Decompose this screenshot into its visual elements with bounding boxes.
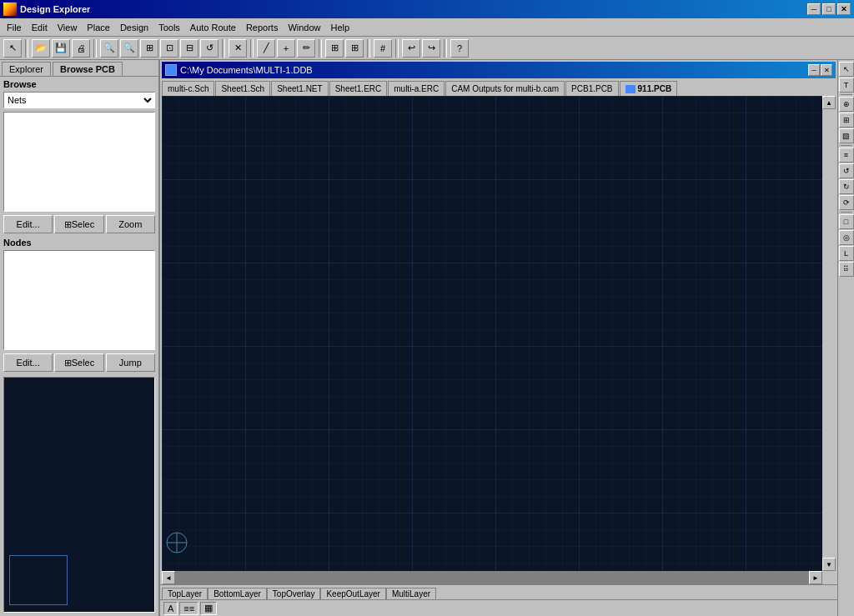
menu-item-tools[interactable]: Tools (153, 21, 185, 34)
menu-item-help[interactable]: Help (326, 21, 355, 34)
rt-btn-10[interactable]: ◎ (839, 230, 854, 245)
rt-btn-12[interactable]: ⠿ (839, 262, 854, 277)
doc-minimize-btn[interactable]: ─ (808, 64, 820, 76)
svg-rect-1 (162, 96, 822, 571)
doc-tab-4[interactable]: multi-a.ERC (388, 81, 445, 96)
close-button[interactable]: ✕ (837, 3, 851, 15)
menu-item-design[interactable]: Design (115, 21, 153, 34)
browse-select-button[interactable]: ⊞ Selec (54, 215, 103, 233)
toolbar-btn-help[interactable]: ? (450, 39, 469, 58)
layer-tab-0[interactable]: TopLayer (162, 588, 208, 599)
nodes-edit-button[interactable]: Edit... (3, 353, 53, 372)
scroll-corner (822, 571, 836, 584)
menu-bar: FileEditViewPlaceDesignToolsAuto RouteRe… (0, 18, 854, 37)
menu-item-file[interactable]: File (2, 21, 27, 34)
menu-item-edit[interactable]: Edit (27, 21, 53, 34)
minimize-button[interactable]: ─ (807, 3, 821, 15)
browse-zoom-button[interactable]: Zoom (106, 215, 155, 233)
rt-btn-5[interactable]: ≡ (839, 148, 854, 163)
toolbar-sep-7 (395, 39, 399, 58)
rt-btn-8[interactable]: ⟳ (839, 195, 854, 210)
status-grid[interactable]: ≡≡ (179, 602, 198, 615)
rt-btn-11[interactable]: L (839, 246, 854, 261)
menu-item-auto-route[interactable]: Auto Route (185, 21, 241, 34)
preview-inner (9, 555, 68, 605)
main-content: Explorer Browse PCB Browse Nets Componen… (0, 60, 854, 616)
layer-tab-3[interactable]: KeepOutLayer (320, 588, 386, 599)
doc-win-btns: ─ ✕ (808, 64, 832, 76)
toolbar-btn-undo[interactable]: ↩ (402, 39, 420, 58)
rt-btn-4[interactable]: ▧ (839, 128, 854, 143)
status-a[interactable]: A (163, 602, 178, 615)
preview-box (3, 377, 155, 613)
browse-label: Browse (0, 77, 158, 90)
toolbar-btn-pencil[interactable]: ✏ (297, 39, 315, 58)
doc-tab-0[interactable]: multi-c.Sch (162, 81, 214, 96)
menu-item-place[interactable]: Place (82, 21, 115, 34)
maximize-button[interactable]: □ (822, 3, 836, 15)
layer-tab-2[interactable]: TopOverlay (267, 588, 321, 599)
pcb-canvas-wrapper: ▲ ▼ ◄ ► (162, 96, 836, 584)
doc-tab-2[interactable]: Sheet1.NET (271, 81, 328, 96)
doc-title-text: C:\My Documents\MULTI-1.DDB (180, 65, 808, 75)
browse-select[interactable]: Nets Components Pads (3, 92, 155, 108)
rt-sep-2 (841, 94, 852, 95)
nodes-jump-button[interactable]: Jump (106, 353, 155, 372)
pcb-canvas[interactable] (162, 96, 822, 571)
rt-btn-9[interactable]: □ (839, 214, 854, 229)
rt-btn-7[interactable]: ↻ (839, 179, 854, 194)
toolbar-btn-zoomout[interactable]: 🔍 (120, 39, 138, 58)
toolbar-btn-zoom3[interactable]: ⊡ (160, 39, 178, 58)
toolbar-btn-place[interactable]: + (277, 39, 295, 58)
toolbar-btn-comp2[interactable]: ⊞ (345, 39, 364, 58)
browse-edit-button[interactable]: Edit... (3, 215, 53, 233)
toolbar-btn-cross[interactable]: ✕ (229, 39, 247, 58)
toolbar-sep-2 (93, 39, 97, 58)
toolbar-sep-1 (25, 39, 28, 58)
scroll-right-btn[interactable]: ► (809, 571, 822, 584)
scroll-left-btn[interactable]: ◄ (162, 571, 175, 584)
doc-tab-1[interactable]: Sheet1.Sch (215, 81, 270, 96)
compass-rose (165, 531, 188, 554)
toolbar-btn-zoomin[interactable]: 🔍 (100, 39, 118, 58)
layer-tab-1[interactable]: BottomLayer (208, 588, 267, 599)
toolbar-btn-redo[interactable]: ↪ (422, 39, 440, 58)
toolbar-sep-3 (222, 39, 225, 58)
rt-btn-6[interactable]: ↺ (839, 163, 854, 178)
menu-item-reports[interactable]: Reports (241, 21, 284, 34)
h-scroll-track[interactable] (175, 571, 809, 584)
doc-tab-3[interactable]: Sheet1.ERC (329, 81, 388, 96)
doc-tab-5[interactable]: CAM Outputs for multi-b.cam (445, 81, 565, 96)
rt-btn-2[interactable]: ⊕ (839, 97, 854, 112)
doc-tab-7[interactable]: 911.PCB (620, 81, 678, 96)
toolbar-btn-zoom4[interactable]: ⊟ (180, 39, 198, 58)
toolbar: ↖ 📂 💾 🖨 🔍 🔍 ⊞ ⊡ ⊟ ↺ ✕ ╱ + ✏ ⊞ ⊞ # ↩ ↪ ? (0, 37, 854, 60)
scroll-up-btn[interactable]: ▲ (822, 96, 836, 109)
doc-tab-6[interactable]: PCB1.PCB (565, 81, 618, 96)
menu-item-window[interactable]: Window (283, 21, 325, 34)
left-panel-tabs: Explorer Browse PCB (0, 60, 158, 77)
toolbar-btn-redraw[interactable]: ↺ (200, 39, 219, 58)
toolbar-btn-arrow[interactable]: ↖ (3, 39, 22, 58)
toolbar-btn-comp1[interactable]: ⊞ (325, 39, 344, 58)
toolbar-btn-hash[interactable]: # (374, 39, 392, 58)
tab-browse-pcb[interactable]: Browse PCB (53, 62, 123, 76)
toolbar-btn-zoomfit[interactable]: ⊞ (140, 39, 158, 58)
doc-close-btn[interactable]: ✕ (821, 64, 832, 76)
doc-title-bar: C:\My Documents\MULTI-1.DDB ─ ✕ (162, 62, 836, 78)
toolbar-btn-save[interactable]: 💾 (52, 39, 70, 58)
status-layer[interactable]: ▦ (200, 602, 217, 615)
rt-btn-0[interactable]: ↖ (839, 62, 854, 77)
toolbar-btn-open[interactable]: 📂 (32, 39, 50, 58)
scroll-down-btn[interactable]: ▼ (822, 558, 836, 571)
doc-tab-label-6: PCB1.PCB (571, 84, 612, 93)
rt-btn-1[interactable]: T (839, 78, 854, 93)
toolbar-btn-wire[interactable]: ╱ (257, 39, 275, 58)
nodes-select-button[interactable]: ⊞ Selec (54, 353, 103, 372)
tab-explorer[interactable]: Explorer (2, 62, 51, 76)
layer-tab-4[interactable]: MultiLayer (386, 588, 436, 599)
toolbar-btn-print[interactable]: 🖨 (72, 39, 90, 58)
rt-btn-3[interactable]: ⊞ (839, 113, 854, 128)
rt-sep-9 (841, 212, 852, 213)
menu-item-view[interactable]: View (53, 21, 83, 34)
